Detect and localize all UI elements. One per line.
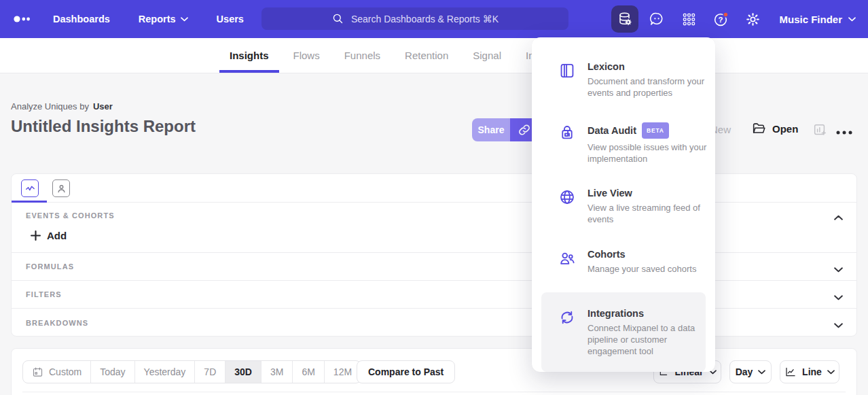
person-icon	[56, 183, 67, 194]
range-7d[interactable]: 7D	[194, 361, 225, 383]
range-6m[interactable]: 6M	[292, 361, 323, 383]
settings-button[interactable]	[739, 5, 766, 33]
events-cohorts-section: EVENTS & COHORTS Add	[12, 203, 856, 253]
range-30d-label: 30D	[234, 366, 252, 377]
tab-funnels[interactable]: Funnels	[344, 38, 380, 73]
range-today[interactable]: Today	[90, 361, 134, 383]
chevron-down-icon	[848, 17, 856, 22]
range-yesterday[interactable]: Yesterday	[134, 361, 195, 383]
compare-to-past-button[interactable]: Compare to Past	[357, 360, 455, 383]
add-to-board-button[interactable]	[812, 122, 827, 140]
share-button-group: Share	[472, 118, 538, 141]
menu-item-desc: Manage your saved cohorts	[587, 263, 713, 275]
search-icon	[331, 12, 344, 25]
chart-type-select[interactable]: Line	[780, 360, 839, 383]
range-12m[interactable]: 12M	[324, 361, 361, 383]
chart-type-select-label: Line	[802, 366, 822, 377]
menu-item-desc: View a live streaming feed of events	[587, 202, 713, 225]
tab-insights[interactable]: Insights	[230, 38, 269, 73]
data-audit-icon	[558, 124, 576, 144]
chevron-down-icon	[181, 17, 188, 22]
range-3m[interactable]: 3M	[261, 361, 292, 383]
menu-item-integrations[interactable]: Integrations Connect Mixpanel to a data …	[541, 292, 706, 372]
nav-item-reports[interactable]: Reports	[139, 14, 188, 24]
menu-item-text: Live View View a live streaming feed of …	[587, 187, 713, 225]
tab-funnels-label: Funnels	[344, 50, 380, 61]
nav-item-users[interactable]: Users	[217, 14, 244, 24]
breakdowns-label: BREAKDOWNS	[26, 319, 88, 327]
share-button[interactable]: Share	[472, 118, 510, 141]
tab-flows-label: Flows	[293, 50, 320, 61]
profiles-tab[interactable]	[52, 179, 70, 197]
tab-retention[interactable]: Retention	[405, 38, 448, 73]
interval-select-label: Day	[736, 366, 753, 377]
navbar-right-cluster: ? Music Finder	[611, 0, 860, 38]
open-button-label: Open	[772, 123, 798, 135]
events-cohorts-collapse[interactable]	[834, 211, 843, 223]
beta-badge: BETA	[642, 122, 669, 139]
menu-item-live-view[interactable]: Live View View a live streaming feed of …	[541, 180, 706, 232]
tab-insights-label: Insights	[230, 50, 269, 61]
chevron-down-icon	[827, 370, 835, 375]
range-30d[interactable]: 30D	[225, 361, 261, 383]
menu-item-title: Data Audit	[587, 124, 636, 137]
database-gear-icon	[617, 11, 633, 27]
eyebrow-text: Analyze Uniques by	[11, 101, 89, 111]
lexicon-icon	[558, 62, 576, 82]
menu-item-data-audit[interactable]: Data AuditBETA View possible issues with…	[541, 116, 706, 171]
tab-retention-label: Retention	[405, 50, 448, 61]
filters-section[interactable]: FILTERS	[12, 281, 856, 309]
page-title[interactable]: Untitled Insights Report	[11, 117, 196, 136]
nav-item-dashboards[interactable]: Dashboards	[53, 14, 110, 24]
more-options-button[interactable]	[835, 126, 853, 139]
nav-item-users-label: Users	[217, 14, 244, 24]
menu-item-title: Lexicon	[587, 61, 625, 73]
eyebrow-entity[interactable]: User	[93, 101, 113, 111]
menu-item-text: Data AuditBETA View possible issues with…	[587, 122, 713, 165]
range-yesterday-label: Yesterday	[144, 366, 186, 377]
pulse-chart-icon	[24, 183, 36, 194]
nav-item-dashboards-label: Dashboards	[53, 14, 110, 24]
live-view-icon	[558, 188, 576, 209]
range-custom[interactable]: Custom	[23, 361, 90, 383]
project-switcher[interactable]: Music Finder	[779, 14, 856, 25]
svg-text:?: ?	[718, 15, 723, 23]
apps-grid-button[interactable]	[675, 5, 702, 33]
mixpanel-logo-icon[interactable]	[12, 11, 34, 27]
help-button[interactable]: ?	[707, 5, 734, 33]
feedback-button[interactable]	[643, 5, 670, 33]
chevron-down-icon	[834, 323, 843, 328]
menu-item-title: Live View	[587, 187, 632, 199]
breakdowns-expand[interactable]	[834, 319, 843, 331]
menu-item-title: Cohorts	[587, 248, 626, 260]
menu-item-lexicon[interactable]: Lexicon Document and transform your even…	[541, 54, 706, 105]
formulas-expand[interactable]	[834, 263, 843, 275]
breakdowns-section[interactable]: BREAKDOWNS	[12, 309, 856, 337]
filters-expand[interactable]	[834, 291, 843, 303]
tab-flows[interactable]: Flows	[293, 38, 320, 73]
report-tabbar: Insights Flows Funnels Retention Signal …	[0, 38, 868, 73]
chart-controls-panel: Custom Today Yesterday 7D 30D 3M 6M 12M …	[11, 348, 857, 395]
nav-item-reports-label: Reports	[139, 14, 176, 24]
grid-dots-icon	[681, 12, 697, 27]
tab-signal-label: Signal	[473, 50, 501, 61]
menu-item-text: Lexicon Document and transform your even…	[587, 61, 713, 99]
formulas-section[interactable]: FORMULAS	[12, 253, 856, 281]
tab-signal[interactable]: Signal	[473, 38, 501, 73]
mixpanel-insights-screen: Dashboards Reports Users Search Dashboar…	[0, 0, 868, 395]
metrics-tab[interactable]	[21, 179, 39, 197]
menu-item-text: Cohorts Manage your saved cohorts	[587, 248, 713, 275]
menu-item-desc: Connect Mixpanel to a data pipeline or c…	[587, 322, 713, 357]
line-chart-icon	[784, 366, 797, 378]
menu-item-cohorts[interactable]: Cohorts Manage your saved cohorts	[541, 241, 706, 281]
range-today-label: Today	[100, 366, 125, 377]
interval-select[interactable]: Day	[729, 360, 772, 383]
formulas-label: FORMULAS	[26, 262, 74, 271]
data-management-button[interactable]	[611, 5, 638, 33]
open-report-button[interactable]: Open	[751, 121, 798, 136]
search-input[interactable]: Search Dashboards & Reports ⌘K	[261, 7, 568, 30]
range-custom-label: Custom	[49, 366, 82, 377]
add-event-button[interactable]: Add	[31, 230, 67, 241]
link-icon	[518, 123, 531, 137]
range-7d-label: 7D	[204, 366, 216, 377]
